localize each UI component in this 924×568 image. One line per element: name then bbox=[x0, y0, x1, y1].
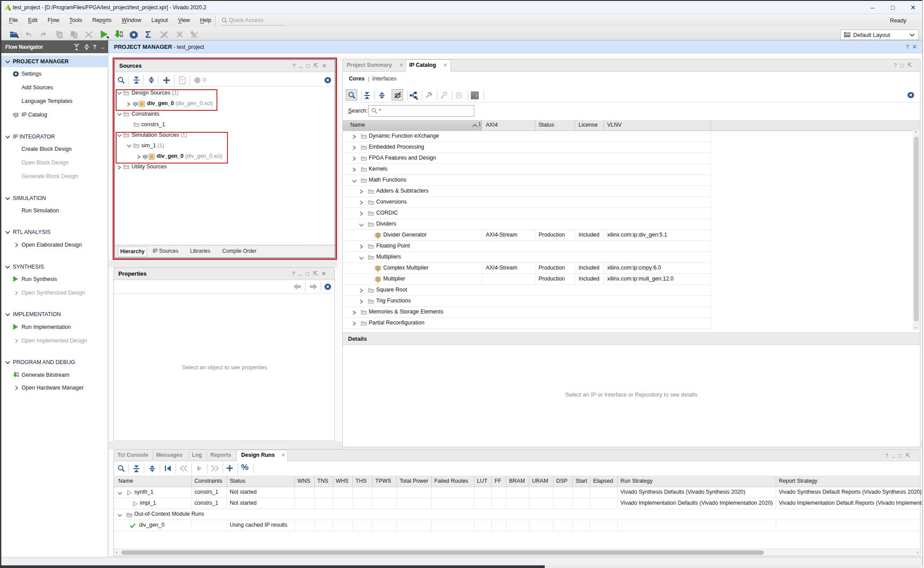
svg-text:10: 10 bbox=[17, 375, 19, 377]
svg-text:01: 01 bbox=[120, 31, 123, 34]
svg-text:i: i bbox=[476, 93, 477, 98]
svg-text:10: 10 bbox=[120, 34, 123, 37]
svg-text:01: 01 bbox=[17, 372, 19, 375]
